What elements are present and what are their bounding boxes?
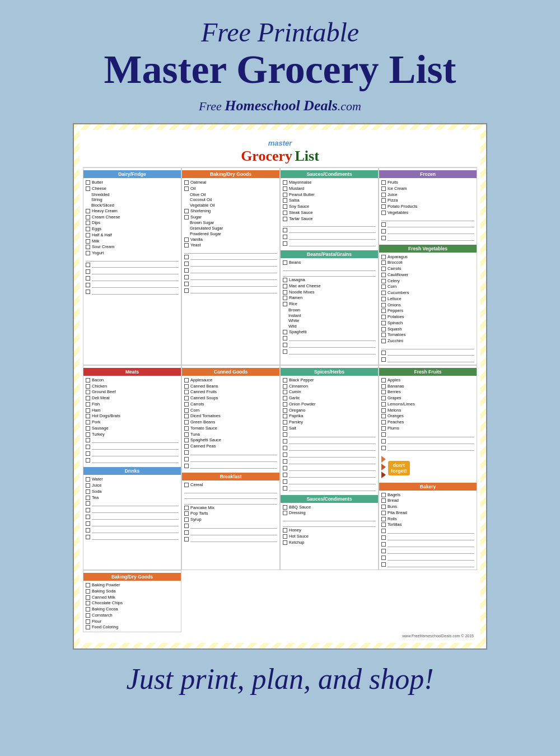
checkbox[interactable] bbox=[381, 351, 386, 355]
checkbox[interactable] bbox=[86, 269, 90, 274]
checkbox[interactable] bbox=[381, 204, 386, 209]
checkbox[interactable] bbox=[86, 276, 90, 281]
checkbox[interactable] bbox=[184, 384, 189, 389]
checkbox[interactable] bbox=[86, 613, 90, 618]
checkbox[interactable] bbox=[283, 235, 287, 239]
checkbox[interactable] bbox=[86, 432, 90, 437]
checkbox[interactable] bbox=[86, 496, 90, 500]
checkbox[interactable] bbox=[86, 489, 90, 494]
checkbox[interactable] bbox=[184, 517, 189, 522]
checkbox[interactable] bbox=[283, 505, 287, 510]
checkbox[interactable] bbox=[381, 303, 386, 307]
checkbox[interactable] bbox=[184, 180, 189, 185]
checkbox[interactable] bbox=[86, 215, 90, 220]
checkbox[interactable] bbox=[283, 466, 287, 470]
checkbox[interactable] bbox=[381, 562, 386, 567]
checkbox[interactable] bbox=[381, 414, 386, 418]
checkbox[interactable] bbox=[86, 251, 90, 255]
checkbox[interactable] bbox=[381, 420, 386, 424]
checkbox[interactable] bbox=[86, 451, 90, 456]
checkbox[interactable] bbox=[86, 483, 90, 488]
checkbox[interactable] bbox=[283, 414, 287, 418]
checkbox[interactable] bbox=[283, 278, 287, 282]
checkbox[interactable] bbox=[184, 255, 189, 259]
checkbox[interactable] bbox=[283, 241, 287, 246]
checkbox[interactable] bbox=[381, 333, 386, 337]
checkbox[interactable] bbox=[86, 583, 90, 587]
checkbox[interactable] bbox=[184, 237, 189, 242]
checkbox[interactable] bbox=[86, 528, 90, 533]
checkbox[interactable] bbox=[283, 479, 287, 484]
checkbox[interactable] bbox=[86, 390, 90, 394]
checkbox[interactable] bbox=[283, 528, 287, 533]
checkbox[interactable] bbox=[86, 239, 90, 244]
checkbox[interactable] bbox=[381, 327, 386, 332]
checkbox[interactable] bbox=[86, 263, 90, 267]
checkbox[interactable] bbox=[283, 402, 287, 407]
checkbox[interactable] bbox=[184, 444, 189, 449]
checkbox[interactable] bbox=[86, 601, 90, 605]
checkbox[interactable] bbox=[184, 396, 189, 400]
checkbox[interactable] bbox=[381, 493, 386, 497]
checkbox[interactable] bbox=[283, 378, 287, 382]
checkbox[interactable] bbox=[283, 211, 287, 215]
checkbox[interactable] bbox=[283, 180, 287, 185]
checkbox[interactable] bbox=[381, 535, 386, 540]
checkbox[interactable] bbox=[381, 522, 386, 527]
checkbox[interactable] bbox=[381, 396, 386, 400]
checkbox[interactable] bbox=[381, 408, 386, 413]
checkbox[interactable] bbox=[184, 432, 189, 437]
checkbox[interactable] bbox=[381, 297, 386, 301]
checkbox[interactable] bbox=[184, 186, 189, 191]
checkbox[interactable] bbox=[86, 625, 90, 629]
checkbox[interactable] bbox=[86, 378, 90, 382]
checkbox[interactable] bbox=[184, 426, 189, 431]
checkbox[interactable] bbox=[381, 498, 386, 503]
checkbox[interactable] bbox=[86, 589, 90, 594]
checkbox[interactable] bbox=[283, 534, 287, 539]
checkbox[interactable] bbox=[283, 420, 287, 424]
checkbox[interactable] bbox=[184, 390, 189, 394]
checkbox[interactable] bbox=[184, 378, 189, 382]
checkbox[interactable] bbox=[283, 384, 287, 389]
checkbox[interactable] bbox=[283, 284, 287, 288]
checkbox[interactable] bbox=[283, 302, 287, 306]
checkbox[interactable] bbox=[184, 450, 189, 455]
checkbox[interactable] bbox=[283, 396, 287, 400]
checkbox[interactable] bbox=[381, 339, 386, 343]
checkbox[interactable] bbox=[381, 279, 386, 283]
checkbox[interactable] bbox=[381, 255, 386, 259]
checkbox[interactable] bbox=[283, 343, 287, 347]
checkbox[interactable] bbox=[184, 537, 189, 542]
checkbox[interactable] bbox=[381, 505, 386, 509]
checkbox[interactable] bbox=[283, 290, 287, 295]
checkbox[interactable] bbox=[381, 315, 386, 319]
checkbox[interactable] bbox=[283, 473, 287, 477]
checkbox[interactable] bbox=[184, 243, 189, 248]
checkbox[interactable] bbox=[86, 233, 90, 237]
checkbox[interactable] bbox=[381, 542, 386, 547]
checkbox[interactable] bbox=[381, 211, 386, 215]
checkbox[interactable] bbox=[86, 426, 90, 431]
checkbox[interactable] bbox=[86, 245, 90, 249]
checkbox[interactable] bbox=[184, 275, 189, 279]
checkbox[interactable] bbox=[381, 222, 386, 227]
checkbox[interactable] bbox=[283, 336, 287, 340]
checkbox[interactable] bbox=[86, 420, 90, 424]
checkbox[interactable] bbox=[381, 517, 386, 521]
checkbox[interactable] bbox=[381, 378, 386, 382]
checkbox[interactable] bbox=[184, 414, 189, 418]
checkbox[interactable] bbox=[184, 282, 189, 286]
checkbox[interactable] bbox=[184, 215, 189, 220]
checkbox[interactable] bbox=[381, 549, 386, 553]
checkbox[interactable] bbox=[86, 535, 90, 539]
checkbox[interactable] bbox=[283, 193, 287, 197]
checkbox[interactable] bbox=[86, 283, 90, 287]
checkbox[interactable] bbox=[283, 186, 287, 191]
checkbox[interactable] bbox=[283, 452, 287, 457]
checkbox[interactable] bbox=[184, 506, 189, 510]
checkbox[interactable] bbox=[283, 439, 287, 444]
checkbox[interactable] bbox=[381, 426, 386, 431]
checkbox[interactable] bbox=[184, 268, 189, 273]
checkbox[interactable] bbox=[283, 486, 287, 491]
